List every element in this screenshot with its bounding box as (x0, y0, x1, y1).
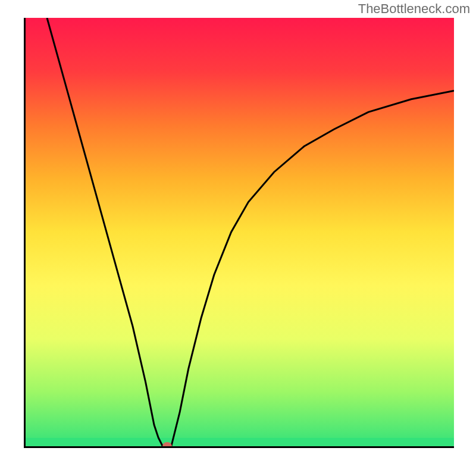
chart-container: TheBottleneck.com (0, 0, 476, 476)
watermark-text: TheBottleneck.com (358, 1, 470, 17)
optimal-point-marker (162, 442, 172, 448)
bottleneck-curve (26, 18, 454, 446)
curve-path (47, 18, 454, 446)
plot-area (24, 18, 454, 448)
